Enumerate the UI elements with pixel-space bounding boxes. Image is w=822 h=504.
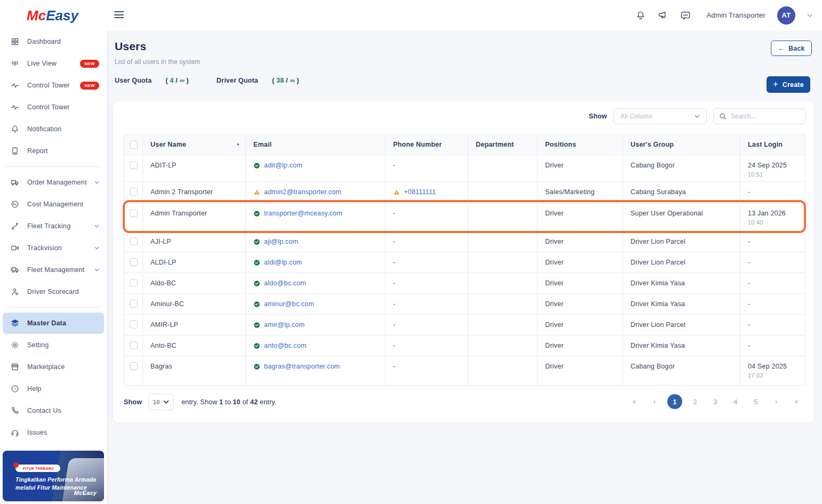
- row-checkbox[interactable]: [130, 258, 138, 266]
- email-link[interactable]: aldo@bc.com: [264, 279, 306, 287]
- table-row[interactable]: Anto-BC anto@bc.com - Driver Driver Kimi…: [124, 335, 805, 356]
- column-header-user-name[interactable]: User Name▲: [143, 135, 246, 155]
- sidebar-item-fleet-management[interactable]: Fleet Management: [0, 259, 107, 281]
- mceasy-logo[interactable]: McEasy: [27, 7, 78, 24]
- row-checkbox[interactable]: [130, 188, 138, 196]
- email-link[interactable]: aji@lp.com: [264, 238, 298, 245]
- trackvision-icon: [11, 244, 20, 252]
- user-name-cell: Aminur-BC: [143, 294, 246, 315]
- fleet-tracking-icon: [11, 222, 20, 230]
- back-button[interactable]: ← Back: [771, 41, 812, 56]
- verified-icon: [253, 342, 260, 349]
- pagination-next[interactable]: ›: [769, 394, 784, 409]
- row-checkbox[interactable]: [130, 341, 138, 349]
- positions-cell: Driver: [538, 155, 623, 182]
- table-row[interactable]: AJI-LP aji@lp.com - Driver Driver Lion P…: [124, 231, 805, 252]
- notification-icon: [11, 125, 20, 133]
- table-row[interactable]: Admin 2 Transporter admin2@transporter.c…: [124, 182, 805, 203]
- pagination-prev[interactable]: ‹: [647, 394, 662, 409]
- column-header-group[interactable]: User's Group: [623, 135, 740, 155]
- avatar[interactable]: AT: [777, 6, 795, 25]
- email-link[interactable]: bagras@transporter.com: [264, 363, 340, 370]
- user-menu-name[interactable]: Admin Transporter: [707, 11, 765, 19]
- report-icon: [11, 147, 20, 155]
- sidebar-item-contact-us[interactable]: Contact Us: [0, 400, 107, 421]
- user-quota-label: User Quota: [115, 77, 151, 84]
- row-checkbox[interactable]: [130, 321, 138, 329]
- table-row[interactable]: AMIR-LP amir@lp.com - Driver Driver Lion…: [124, 315, 805, 335]
- chevron-down-icon: [163, 400, 169, 404]
- chat-icon[interactable]: [680, 10, 691, 21]
- email-link[interactable]: adit@lp.com: [264, 162, 302, 169]
- sidebar-item-control-tower-2[interactable]: Control Tower: [0, 97, 107, 118]
- sidebar-item-issues[interactable]: Issues: [0, 422, 107, 443]
- sidebar-item-setting[interactable]: Setting: [0, 334, 107, 356]
- row-checkbox[interactable]: [130, 279, 138, 287]
- row-checkbox[interactable]: [130, 300, 138, 308]
- column-header-positions[interactable]: Positions: [538, 135, 623, 155]
- table-row[interactable]: Aminur-BC aminur@bc.com - Driver Driver …: [124, 294, 805, 315]
- department-cell: [468, 335, 538, 356]
- row-checkbox[interactable]: [130, 237, 138, 245]
- sidebar-item-master-data[interactable]: Master Data: [3, 313, 104, 334]
- table-row-highlighted[interactable]: Admin Transporter transporter@mceasy.com…: [124, 203, 805, 231]
- row-checkbox[interactable]: [130, 209, 138, 217]
- page-size-select[interactable]: 10: [148, 394, 174, 410]
- pagination-page-1[interactable]: 1: [667, 394, 682, 409]
- email-link[interactable]: amir@lp.com: [264, 321, 305, 329]
- sidebar-item-live-view[interactable]: Live View NEW: [0, 53, 107, 74]
- pagination-page-4[interactable]: 4: [728, 394, 743, 409]
- row-checkbox[interactable]: [130, 362, 138, 370]
- positions-cell: Driver: [538, 294, 623, 315]
- sidebar-divider: [5, 307, 101, 308]
- sidebar-item-fleet-tracking[interactable]: Fleet Tracking: [0, 215, 107, 237]
- bell-icon[interactable]: [635, 10, 646, 21]
- last-login-cell: -: [740, 335, 805, 356]
- sidebar-item-report[interactable]: Report: [0, 140, 107, 162]
- sidebar-item-control-tower[interactable]: Control Tower NEW: [0, 75, 107, 96]
- column-filter-select[interactable]: All Column: [613, 108, 707, 124]
- hamburger-menu-icon[interactable]: [114, 11, 124, 20]
- search-input[interactable]: [731, 113, 795, 120]
- table-row[interactable]: Bagras bagras@transporter.com - Driver C…: [124, 356, 805, 386]
- create-button[interactable]: + Create: [767, 76, 810, 93]
- verified-icon: [253, 210, 260, 217]
- pagination-page-5[interactable]: 5: [748, 394, 763, 409]
- sidebar-item-order-management[interactable]: Order Management: [0, 172, 107, 193]
- column-header-last-login[interactable]: Last Login: [740, 135, 805, 155]
- column-header-phone[interactable]: Phone Number: [386, 135, 468, 155]
- column-header-email[interactable]: Email: [246, 135, 386, 155]
- email-link[interactable]: aldi@lp.com: [264, 259, 302, 266]
- table-row[interactable]: Aldo-BC aldo@bc.com - Driver Driver Kimi…: [124, 273, 805, 294]
- megaphone-icon[interactable]: [658, 10, 668, 21]
- sidebar-item-trackvision[interactable]: Trackvision: [0, 237, 107, 259]
- table-row[interactable]: ADIT-LP adit@lp.com - Driver Cabang Bogo…: [124, 155, 805, 182]
- chevron-down-icon[interactable]: [807, 14, 812, 17]
- email-link[interactable]: aminur@bc.com: [264, 300, 314, 308]
- pagination-first[interactable]: «: [627, 394, 642, 409]
- sidebar-item-cost-management[interactable]: Rp Cost Management: [0, 194, 107, 215]
- email-link[interactable]: anto@bc.com: [264, 342, 307, 349]
- pagination-page-3[interactable]: 3: [708, 394, 723, 409]
- user-name-cell: ALDI-LP: [143, 252, 246, 273]
- email-link[interactable]: admin2@transporter.com: [264, 188, 341, 196]
- user-name-cell: Bagras: [143, 356, 246, 386]
- select-all-checkbox[interactable]: [130, 141, 138, 149]
- sidebar-item-help[interactable]: ? Help: [0, 378, 107, 399]
- pagination-page-2[interactable]: 2: [688, 394, 703, 409]
- sidebar-item-dashboard[interactable]: Dashboard: [0, 31, 107, 52]
- email-link[interactable]: transporter@mceasy.com: [264, 210, 342, 217]
- department-cell: [468, 315, 538, 335]
- help-icon: ?: [11, 385, 20, 393]
- sidebar-item-notification[interactable]: Notification: [0, 118, 107, 140]
- row-checkbox[interactable]: [130, 161, 138, 169]
- sort-asc-icon[interactable]: ▲: [236, 142, 240, 146]
- promo-banner[interactable]: FITUR TERBARU Tingkatkan Performa Armada…: [3, 451, 104, 501]
- sidebar-item-marketplace[interactable]: Marketplace: [0, 356, 107, 378]
- phone-cell: -: [386, 203, 468, 231]
- sidebar-item-driver-scorecard[interactable]: Driver Scorecard: [0, 281, 107, 302]
- pagination-last[interactable]: »: [789, 394, 804, 409]
- table-row[interactable]: ALDI-LP aldi@lp.com - Driver Driver Lion…: [124, 252, 805, 273]
- control-tower-icon: [11, 81, 20, 90]
- column-header-department[interactable]: Department: [468, 135, 538, 155]
